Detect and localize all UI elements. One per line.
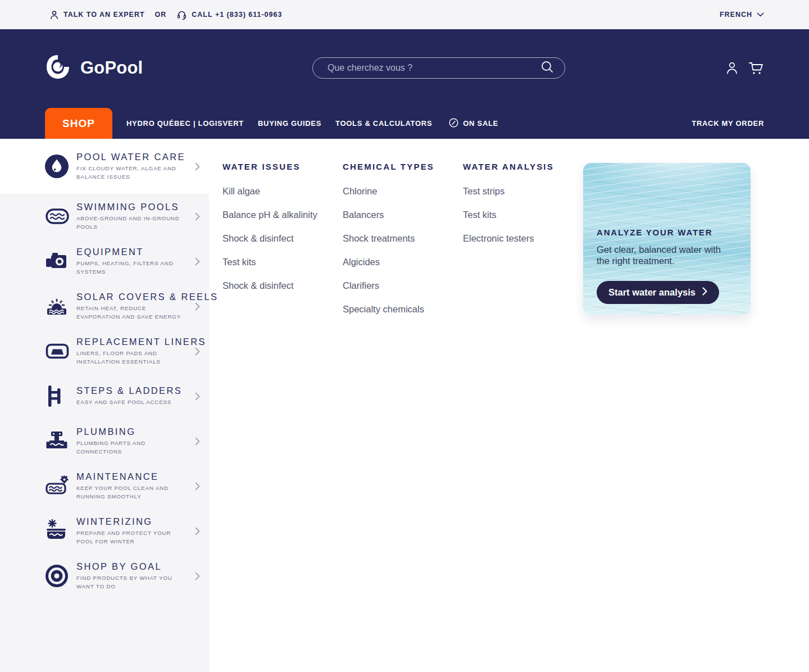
sidebar-item-text: MAINTENANCE KEEP YOUR POOL CLEAN AND RUN… <box>70 471 193 500</box>
sidebar-item-text: SWIMMING POOLS ABOVE-GROUND AND IN-GROUN… <box>70 202 193 230</box>
chevron-right-icon <box>195 572 200 580</box>
sidebar-item-title: MAINTENANCE <box>76 471 193 482</box>
menu-link-clarifiers[interactable]: Clarifiers <box>343 280 463 291</box>
chevron-right-icon <box>195 437 200 446</box>
headset-icon <box>176 10 187 20</box>
menu-link-electronic-testers[interactable]: Electronic testers <box>463 233 583 244</box>
column-header: WATER ANALYSIS <box>463 162 583 171</box>
sidebar-item-title: STEPS & LADDERS <box>76 385 193 396</box>
track-my-order-link[interactable]: TRACK MY ORDER <box>692 108 764 139</box>
menu-link-shock-treatments[interactable]: Shock treatments <box>343 233 463 244</box>
sidebar-item-subtitle: FIX CLOUDY WATER, ALGAE AND BALANCE ISSU… <box>76 165 187 180</box>
sidebar-item-text: WINTERIZING PREPARE AND PROTECT YOUR POO… <box>70 516 193 545</box>
maintenance-icon <box>45 474 70 498</box>
sidebar-item-plumbing[interactable]: PLUMBING PLUMBING PARTS AND CONNECTIONS <box>0 419 209 464</box>
liner-icon <box>45 340 70 362</box>
water-drop-icon <box>45 155 70 178</box>
account-icon[interactable] <box>725 61 739 75</box>
sidebar-item-swimming-pools[interactable]: SWIMMING POOLS ABOVE-GROUND AND IN-GROUN… <box>0 194 209 239</box>
search-icon[interactable] <box>540 60 555 76</box>
search-input[interactable] <box>328 63 540 73</box>
menu-link-kill-algae[interactable]: Kill algae <box>222 186 343 197</box>
sidebar-item-subtitle: LINERS, FLOOR PADS AND INSTALLATION ESSE… <box>76 349 187 365</box>
language-label: FRENCH <box>720 11 752 19</box>
sidebar-item-title: POOL WATER CARE <box>76 152 193 162</box>
sidebar-item-equipment[interactable]: EQUIPMENT PUMPS, HEATING, FILTERS AND SY… <box>0 239 209 284</box>
menu-link-test-kits-analysis[interactable]: Test kits <box>463 210 583 220</box>
menu-link-algicides[interactable]: Algicides <box>343 257 463 267</box>
person-icon <box>49 10 59 20</box>
talk-to-expert-label: TALK TO AN EXPERT <box>63 11 145 19</box>
water-analysis-promo-card: ANALYZE YOUR WATER Get clear, balanced w… <box>583 163 751 315</box>
valve-icon <box>45 429 70 453</box>
chevron-right-icon <box>195 212 200 221</box>
sidebar-item-replacement-liners[interactable]: REPLACEMENT LINERS LINERS, FLOOR PADS AN… <box>0 329 209 374</box>
brand-logo[interactable]: GoPool <box>45 54 143 82</box>
talk-to-expert-link[interactable]: TALK TO AN EXPERT <box>49 10 145 20</box>
sidebar-item-text: STEPS & LADDERS EASY AND SAFE POOL ACCES… <box>70 385 193 406</box>
sidebar-item-title: SHOP BY GOAL <box>76 561 193 572</box>
sidebar-item-subtitle: FIND PRODUCTS BY WHAT YOU WANT TO DO <box>76 574 187 590</box>
sidebar-item-subtitle: PUMPS, HEATING, FILTERS AND SYSTEMS <box>76 260 187 275</box>
mega-menu-content: WATER ISSUES Kill algae Balance pH & alk… <box>209 139 809 672</box>
sidebar-item-title: EQUIPMENT <box>76 247 193 257</box>
menu-link-test-kits[interactable]: Test kits <box>222 257 343 267</box>
snowflake-icon <box>45 519 70 543</box>
sidebar-item-shop-by-goal[interactable]: SHOP BY GOAL FIND PRODUCTS BY WHAT YOU W… <box>0 553 209 598</box>
sidebar-item-maintenance[interactable]: MAINTENANCE KEEP YOUR POOL CLEAN AND RUN… <box>0 464 209 508</box>
menu-link-shock-disinfect-2[interactable]: Shock & disinfect <box>222 280 343 291</box>
menu-link-specialty-chemicals[interactable]: Specialty chemicals <box>343 304 463 315</box>
nav-link-tools-calculators[interactable]: TOOLS & CALCULATORS <box>335 119 432 128</box>
call-phone-label: CALL +1 (833) 611-0963 <box>192 11 282 19</box>
sidebar-item-text: SOLAR COVERS & REELS RETAIN HEAT, REDUCE… <box>70 292 193 320</box>
column-header: CHEMICAL TYPES <box>343 162 463 171</box>
sidebar-item-text: EQUIPMENT PUMPS, HEATING, FILTERS AND SY… <box>70 247 193 275</box>
sidebar-item-title: PLUMBING <box>76 426 193 437</box>
sidebar-item-winterizing[interactable]: WINTERIZING PREPARE AND PROTECT YOUR POO… <box>0 508 209 553</box>
nav-link-on-sale[interactable]: ON SALE <box>449 118 498 129</box>
sale-badge-icon <box>449 118 458 129</box>
promo-heading: ANALYZE YOUR WATER <box>597 228 737 237</box>
chevron-right-icon <box>702 287 707 298</box>
gopool-logo-icon <box>45 54 71 82</box>
start-water-analysis-button[interactable]: Start water analysis <box>597 281 719 304</box>
nav-link-hydro-quebec[interactable]: HYDRO QUÉBEC | LOGISVERT <box>126 119 244 128</box>
ladder-icon <box>45 384 70 408</box>
search-bar[interactable] <box>312 57 565 79</box>
sidebar-item-title: SOLAR COVERS & REELS <box>76 292 193 302</box>
pump-icon <box>45 250 70 273</box>
chevron-right-icon <box>195 392 200 401</box>
sidebar-item-title: SWIMMING POOLS <box>76 202 193 212</box>
sidebar-item-subtitle: EASY AND SAFE POOL ACCESS <box>76 398 187 406</box>
menu-link-chlorine[interactable]: Chlorine <box>343 186 463 197</box>
pool-icon <box>45 205 70 228</box>
sidebar-item-text: REPLACEMENT LINERS LINERS, FLOOR PADS AN… <box>70 337 193 365</box>
sidebar-item-solar-covers[interactable]: SOLAR COVERS & REELS RETAIN HEAT, REDUCE… <box>0 284 209 329</box>
language-selector[interactable]: FRENCH <box>720 11 764 19</box>
promo-cta-label: Start water analysis <box>608 287 696 298</box>
call-phone-link[interactable]: CALL +1 (833) 611-0963 <box>176 10 282 20</box>
header-icons <box>725 61 764 75</box>
sidebar-item-subtitle: PLUMBING PARTS AND CONNECTIONS <box>76 439 187 455</box>
on-sale-label: ON SALE <box>463 119 498 128</box>
chevron-right-icon <box>195 347 200 356</box>
nav-link-buying-guides[interactable]: BUYING GUIDES <box>258 119 321 128</box>
chevron-right-icon <box>195 257 200 266</box>
main-nav: SHOP HYDRO QUÉBEC | LOGISVERT BUYING GUI… <box>0 107 809 139</box>
menu-link-shock-disinfect[interactable]: Shock & disinfect <box>222 233 343 244</box>
sidebar-item-steps-ladders[interactable]: STEPS & LADDERS EASY AND SAFE POOL ACCES… <box>0 374 209 419</box>
menu-link-balancers[interactable]: Balancers <box>343 210 463 220</box>
menu-link-balance-ph[interactable]: Balance pH & alkalinity <box>222 210 343 220</box>
sidebar-item-pool-water-care[interactable]: POOL WATER CARE FIX CLOUDY WATER, ALGAE … <box>0 139 209 194</box>
column-water-issues: WATER ISSUES Kill algae Balance pH & alk… <box>222 162 343 304</box>
cart-icon[interactable] <box>748 61 764 75</box>
topbar-contact-group: TALK TO AN EXPERT OR CALL +1 (833) 611-0… <box>49 10 282 20</box>
sidebar-item-subtitle: RETAIN HEAT, REDUCE EVAPORATION AND SAVE… <box>76 305 187 320</box>
solar-cover-icon <box>45 294 70 318</box>
menu-link-test-strips[interactable]: Test strips <box>463 186 583 197</box>
column-header: WATER ISSUES <box>222 162 343 171</box>
sidebar-item-title: WINTERIZING <box>76 516 193 527</box>
sidebar-item-text: SHOP BY GOAL FIND PRODUCTS BY WHAT YOU W… <box>70 561 193 590</box>
shop-menu-button[interactable]: SHOP <box>45 108 112 139</box>
sidebar-item-text: POOL WATER CARE FIX CLOUDY WATER, ALGAE … <box>70 152 193 180</box>
